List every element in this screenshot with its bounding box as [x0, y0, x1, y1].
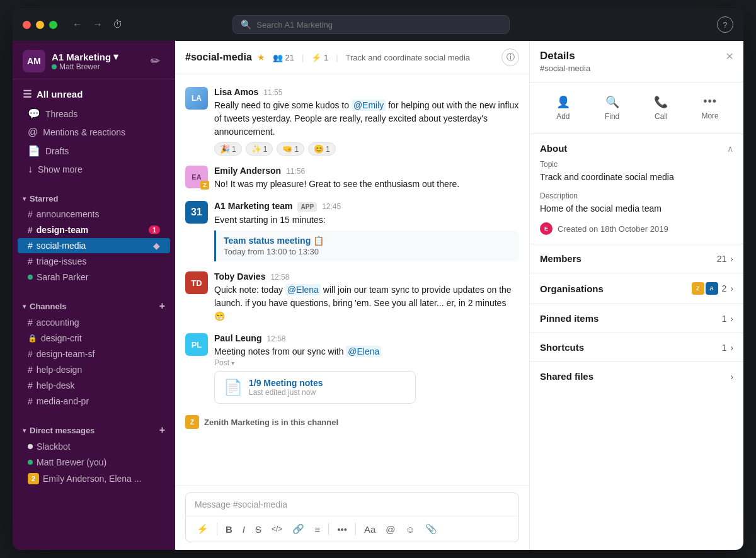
app-window: ← → ⏱ 🔍 ? AM A1 Marketing ▾	[13, 8, 743, 550]
search-input[interactable]	[256, 20, 501, 30]
bold-button[interactable]: B	[221, 521, 237, 538]
message-header: Paul Leung 12:58	[214, 333, 519, 343]
sidebar-item-threads[interactable]: 💬 Threads	[18, 105, 170, 123]
pinned-items-row[interactable]: Pinned items 1 ›	[530, 304, 743, 333]
emoji-button[interactable]: ☺	[401, 521, 420, 538]
action-label: Find	[605, 112, 619, 121]
channel-star-icon[interactable]: ★	[257, 52, 265, 62]
channel-item-design-team[interactable]: # design-team 1	[18, 222, 170, 237]
list-button[interactable]: ≡	[310, 521, 324, 538]
maximize-window-button[interactable]	[49, 21, 57, 29]
reaction-button[interactable]: ✨1	[246, 142, 273, 156]
more-formatting-button[interactable]: •••	[333, 521, 352, 538]
main-content: AM A1 Marketing ▾ Matt Brewer ✏ ☰	[13, 41, 743, 550]
channel-item-accounting[interactable]: # accounting	[18, 315, 170, 330]
post-arrow-icon: ▾	[231, 360, 234, 367]
close-details-button[interactable]: ×	[726, 50, 733, 62]
italic-button[interactable]: I	[238, 521, 249, 538]
back-button[interactable]: ←	[70, 16, 85, 33]
code-button[interactable]: </>	[267, 521, 287, 537]
mention-button[interactable]: @	[381, 521, 399, 538]
pinned-chevron-icon: ›	[730, 314, 733, 324]
workspace-name[interactable]: A1 Marketing ▾	[52, 51, 139, 62]
members-right: 21 ›	[717, 254, 733, 264]
pinned-items-title: Pinned items	[540, 313, 598, 324]
channel-item-sarah-parker[interactable]: Sarah Parker	[18, 270, 170, 285]
minimize-window-button[interactable]	[36, 21, 44, 29]
channel-item-triage-issues[interactable]: # triage-issues	[18, 254, 170, 269]
hash-icon: #	[28, 396, 33, 406]
title-bar: ← → ⏱ 🔍 ?	[13, 8, 743, 41]
dm-category[interactable]: ▾ Direct messages +	[13, 419, 175, 438]
file-info: 1/9 Meeting notes Last edited just now	[249, 378, 406, 397]
message-content: Paul Leung 12:58 Meeting notes from our …	[214, 333, 519, 404]
avatar: EA Z	[185, 166, 208, 188]
channel-item-help-desk[interactable]: # help-desk	[18, 378, 170, 393]
bookmark-icon: ◆	[153, 241, 160, 251]
sidebar-item-drafts[interactable]: 📄 Drafts	[18, 142, 170, 160]
dm-item-matt-brewer[interactable]: Matt Brewer (you)	[18, 455, 170, 470]
help-button[interactable]: ?	[717, 16, 733, 33]
forward-button[interactable]: →	[90, 16, 105, 33]
system-avatar: Z	[185, 415, 199, 429]
members-row[interactable]: Members 21 ›	[530, 244, 743, 273]
dm-item-emily-elena[interactable]: 2 Emily Anderson, Elena ...	[18, 470, 170, 487]
reaction-button[interactable]: 🎉1	[214, 142, 242, 156]
file-card[interactable]: 📄 1/9 Meeting notes Last edited just now	[214, 371, 416, 404]
sender-name: Toby Davies	[214, 271, 265, 282]
shortcuts-title: Shortcuts	[540, 342, 584, 353]
message-toolbar: ⚡ B I S </> 🔗 ≡ ••• Aa @ ☺ �	[186, 516, 518, 542]
compose-button[interactable]: ✏	[145, 51, 165, 71]
file-icon: 📄	[224, 379, 243, 396]
dm-count-badge: 2	[28, 473, 39, 484]
call-button[interactable]: 📞 Call	[638, 90, 685, 126]
dm-item-slackbot[interactable]: Slackbot	[18, 439, 170, 454]
created-text: Created on 18th October 2019	[558, 224, 668, 234]
channel-item-help-design[interactable]: # help-design	[18, 362, 170, 377]
channel-item-design-crit[interactable]: 🔒 design-crit	[18, 331, 170, 346]
mention[interactable]: @Emily	[352, 100, 386, 111]
reaction-button[interactable]: 🤜1	[277, 142, 304, 156]
organisations-row[interactable]: Organisations Z A 2 ›	[530, 273, 743, 304]
sidebar-item-all-unread[interactable]: ☰ All unread	[13, 84, 175, 104]
system-message: Z Zenith Marketing is in this channel	[175, 411, 529, 433]
channels-category[interactable]: ▾ Channels +	[13, 295, 175, 314]
channel-item-announcements[interactable]: # announcements	[18, 207, 170, 222]
channel-item-media-and-pr[interactable]: # media-and-pr	[18, 394, 170, 409]
topic-field: Topic Track and coordinate social media	[540, 160, 733, 184]
event-title[interactable]: Team status meeting 📋	[224, 236, 512, 246]
more-icon: •••	[703, 95, 717, 108]
topic-value: Track and coordinate social media	[540, 171, 733, 184]
find-button[interactable]: 🔍 Find	[589, 90, 636, 126]
add-member-button[interactable]: 👤 Add	[540, 90, 587, 126]
add-channel-button[interactable]: +	[159, 300, 165, 312]
mention[interactable]: @Elena	[346, 346, 381, 357]
about-section-header[interactable]: About ∧	[530, 134, 743, 160]
channel-item-design-team-sf[interactable]: # design-team-sf	[18, 346, 170, 362]
channel-info-button[interactable]: ⓘ	[501, 48, 519, 66]
lightning-button[interactable]: ⚡	[192, 520, 213, 538]
strikethrough-button[interactable]: S	[251, 521, 266, 538]
font-size-button[interactable]: Aa	[360, 521, 380, 538]
meta-separator: |	[336, 53, 338, 62]
starred-category[interactable]: ▾ Starred	[13, 189, 175, 206]
mention[interactable]: @Elena	[285, 284, 321, 295]
link-button[interactable]: 🔗	[288, 520, 309, 538]
add-dm-button[interactable]: +	[159, 424, 165, 436]
search-bar[interactable]: 🔍	[232, 15, 510, 34]
reaction-button[interactable]: 😊1	[308, 142, 336, 156]
close-window-button[interactable]	[23, 21, 31, 29]
message-input[interactable]	[186, 493, 518, 516]
mentions-icon: @	[28, 127, 38, 138]
more-actions-button[interactable]: ••• More	[687, 90, 733, 126]
history-button[interactable]: ⏱	[110, 16, 125, 33]
user-status-dot	[52, 64, 57, 69]
shortcuts-row[interactable]: Shortcuts 1 ›	[530, 333, 743, 362]
sidebar-item-mentions[interactable]: @ Mentions & reactions	[18, 123, 170, 141]
attach-button[interactable]: 📎	[421, 520, 442, 538]
sender-name: Emily Anderson	[214, 166, 281, 176]
organisations-right: Z A 2 ›	[692, 282, 733, 295]
channel-item-social-media[interactable]: # social-media ◆	[18, 238, 170, 253]
sidebar-item-show-more[interactable]: ↓ Show more	[18, 161, 170, 178]
shared-files-row[interactable]: Shared files ›	[530, 362, 743, 390]
